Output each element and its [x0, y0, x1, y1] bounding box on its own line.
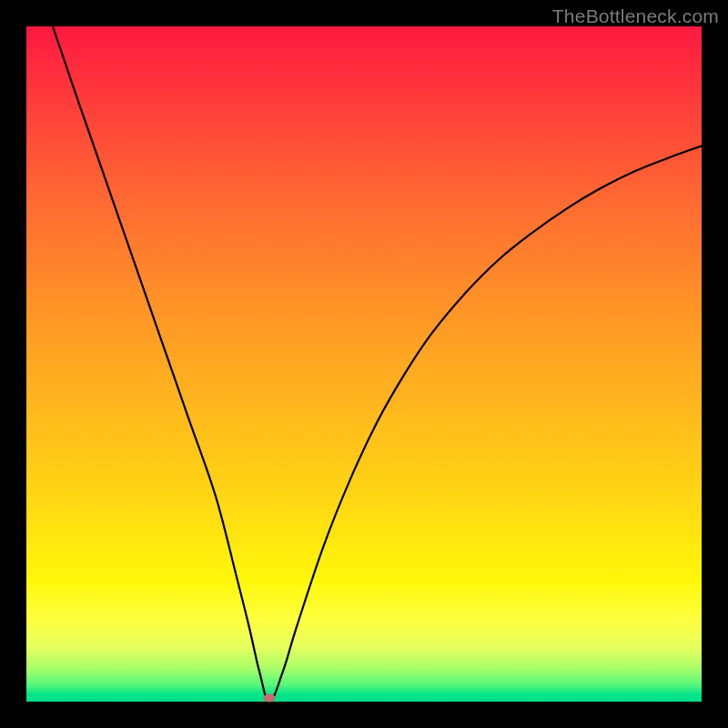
gradient-plot-area	[26, 26, 702, 702]
minimum-marker	[264, 694, 276, 703]
bottleneck-curve	[26, 26, 702, 702]
watermark-text: TheBottleneck.com	[552, 5, 719, 27]
